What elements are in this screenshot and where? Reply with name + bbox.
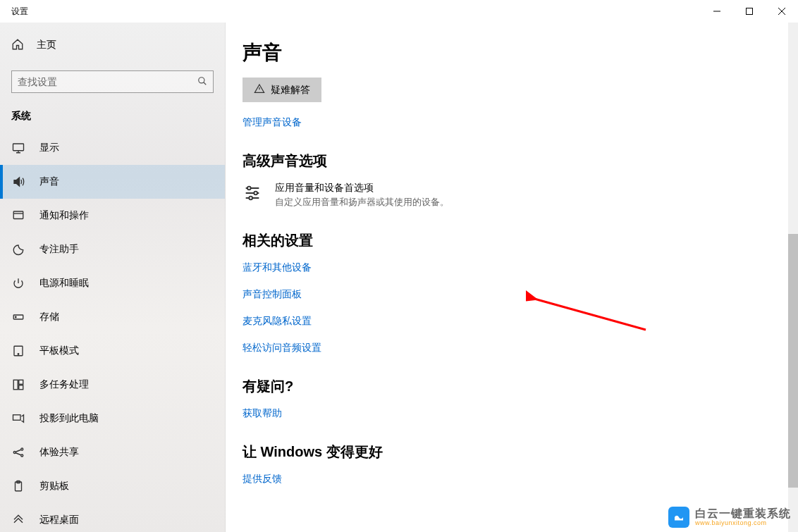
svg-rect-3 (13, 211, 23, 219)
svg-rect-9 (19, 380, 23, 384)
sidebar-item-label: 存储 (39, 311, 59, 323)
sidebar-item-label: 平板模式 (39, 345, 79, 357)
sidebar: 主页 系统 显示 声音 通知和操作 专注助手 电源和睡眠 (0, 23, 226, 532)
page-title: 声音 (243, 39, 770, 66)
titlebar: 设置 (0, 0, 798, 23)
app-volume-option[interactable]: 应用音量和设备首选项 自定义应用音量和扬声器或其使用的设备。 (243, 182, 770, 209)
mic-privacy-link[interactable]: 麦克风隐私设置 (243, 315, 770, 328)
option-text: 应用音量和设备首选项 自定义应用音量和扬声器或其使用的设备。 (275, 182, 449, 209)
sidebar-item-label: 专注助手 (39, 243, 79, 256)
watermark: 白云一键重装系统 www.baiyunxitong.com (668, 507, 791, 528)
sidebar-item-tablet[interactable]: 平板模式 (0, 334, 225, 368)
sidebar-item-display[interactable]: 显示 (0, 131, 225, 165)
svg-point-5 (16, 316, 17, 318)
sidebar-category: 系统 (0, 104, 225, 131)
svg-rect-0 (747, 8, 753, 15)
svg-point-1 (199, 77, 204, 82)
sidebar-item-label: 剪贴板 (39, 480, 69, 493)
storage-icon (11, 311, 25, 323)
maximize-button[interactable] (733, 0, 766, 23)
sidebar-home-label: 主页 (37, 39, 56, 51)
window-title: 设置 (11, 6, 28, 18)
remote-icon (11, 514, 25, 526)
sidebar-item-project[interactable]: 投影到此电脑 (0, 402, 225, 435)
sidebar-item-label: 多任务处理 (39, 378, 89, 391)
sound-icon (11, 175, 25, 188)
close-icon (778, 8, 785, 15)
svg-point-17 (247, 187, 251, 190)
sliders-icon (243, 183, 265, 205)
app-volume-title: 应用音量和设备首选项 (275, 182, 449, 194)
sidebar-item-multitask[interactable]: 多任务处理 (0, 368, 225, 402)
svg-rect-11 (13, 415, 21, 421)
improve-heading: 让 Windows 变得更好 (243, 443, 770, 462)
sidebar-home[interactable]: 主页 (0, 28, 225, 62)
svg-point-13 (21, 448, 23, 450)
sidebar-item-label: 声音 (39, 175, 59, 188)
notifications-icon (11, 209, 25, 222)
multitask-icon (11, 378, 25, 391)
manage-sound-devices-link[interactable]: 管理声音设备 (243, 116, 770, 129)
project-icon (11, 412, 25, 425)
minimize-button[interactable] (701, 0, 733, 23)
home-icon (11, 38, 25, 53)
tablet-icon (11, 345, 25, 357)
sidebar-item-power[interactable]: 电源和睡眠 (0, 266, 225, 300)
sidebar-item-storage[interactable]: 存储 (0, 300, 225, 334)
shared-icon (11, 446, 25, 459)
sidebar-item-clipboard[interactable]: 剪贴板 (0, 469, 225, 503)
focus-icon (11, 243, 25, 256)
sidebar-item-label: 远程桌面 (39, 514, 79, 526)
watermark-logo-icon (668, 507, 689, 528)
display-icon (11, 142, 25, 154)
troubleshoot-button[interactable]: 疑难解答 (243, 78, 321, 102)
main-content: 声音 疑难解答 管理声音设备 高级声音选项 应用音量和设备首选项 自定义应用音量… (226, 23, 798, 532)
svg-rect-10 (19, 385, 23, 390)
troubleshoot-label: 疑难解答 (271, 84, 310, 97)
sidebar-item-remote[interactable]: 远程桌面 (0, 503, 225, 532)
questions-heading: 有疑问? (243, 377, 770, 396)
svg-rect-8 (13, 380, 18, 390)
ease-audio-link[interactable]: 轻松访问音频设置 (243, 342, 770, 354)
get-help-link[interactable]: 获取帮助 (243, 407, 770, 420)
close-button[interactable] (766, 0, 798, 23)
sidebar-item-focus[interactable]: 专注助手 (0, 233, 225, 266)
sidebar-item-label: 通知和操作 (39, 209, 89, 222)
sidebar-item-label: 显示 (39, 142, 59, 154)
svg-point-12 (13, 452, 16, 454)
warning-icon (254, 83, 265, 97)
sidebar-item-shared[interactable]: 体验共享 (0, 435, 225, 469)
search-input[interactable] (18, 76, 197, 87)
sound-control-panel-link[interactable]: 声音控制面板 (243, 288, 770, 301)
scrollbar-thumb[interactable] (788, 234, 798, 488)
svg-point-7 (18, 354, 19, 355)
search-icon (197, 76, 207, 88)
power-icon (11, 277, 25, 290)
watermark-main: 白云一键重装系统 (695, 507, 791, 520)
feedback-link[interactable]: 提供反馈 (243, 473, 770, 485)
clipboard-icon (11, 480, 25, 493)
sidebar-item-label: 电源和睡眠 (39, 277, 89, 290)
advanced-heading: 高级声音选项 (243, 151, 770, 171)
maximize-icon (746, 8, 753, 15)
bluetooth-link[interactable]: 蓝牙和其他设备 (243, 261, 770, 274)
sidebar-item-label: 体验共享 (39, 446, 79, 459)
watermark-text: 白云一键重装系统 www.baiyunxitong.com (695, 507, 791, 526)
svg-point-14 (21, 454, 23, 457)
search-box[interactable] (11, 70, 214, 93)
minimize-icon (713, 8, 720, 15)
related-links: 蓝牙和其他设备 声音控制面板 麦克风隐私设置 轻松访问音频设置 (243, 261, 770, 354)
window-controls (701, 0, 798, 23)
related-heading: 相关的设置 (243, 231, 770, 250)
app-volume-desc: 自定义应用音量和扬声器或其使用的设备。 (275, 196, 449, 209)
watermark-sub: www.baiyunxitong.com (695, 520, 791, 527)
scrollbar-track[interactable] (788, 23, 798, 532)
sidebar-item-notifications[interactable]: 通知和操作 (0, 199, 225, 233)
svg-point-18 (254, 192, 257, 195)
svg-rect-2 (13, 144, 24, 151)
sidebar-item-sound[interactable]: 声音 (0, 165, 225, 199)
sidebar-item-label: 投影到此电脑 (39, 412, 99, 425)
svg-point-19 (249, 197, 252, 200)
